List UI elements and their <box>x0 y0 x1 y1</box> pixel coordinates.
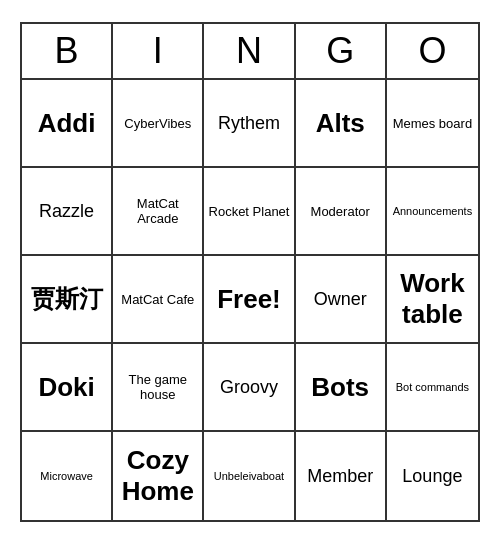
cell-text-20: Microwave <box>40 470 93 482</box>
bingo-grid: AddiCyberVibesRythemAltsMemes boardRazzl… <box>22 80 478 520</box>
bingo-cell-12: Free! <box>204 256 295 344</box>
bingo-cell-13: Owner <box>296 256 387 344</box>
bingo-cell-15: Doki <box>22 344 113 432</box>
bingo-cell-18: Bots <box>296 344 387 432</box>
cell-text-1: CyberVibes <box>124 116 191 131</box>
header-letter-g: G <box>296 24 387 78</box>
cell-text-3: Alts <box>316 108 365 139</box>
cell-text-11: MatCat Cafe <box>121 292 194 307</box>
header-letter-o: O <box>387 24 478 78</box>
bingo-card: BINGO AddiCyberVibesRythemAltsMemes boar… <box>20 22 480 522</box>
cell-text-18: Bots <box>311 372 369 403</box>
bingo-cell-20: Microwave <box>22 432 113 520</box>
cell-text-16: The game house <box>117 372 198 402</box>
cell-text-8: Moderator <box>311 204 370 219</box>
bingo-cell-9: Announcements <box>387 168 478 256</box>
cell-text-17: Groovy <box>220 377 278 398</box>
bingo-cell-3: Alts <box>296 80 387 168</box>
cell-text-23: Member <box>307 466 373 487</box>
cell-text-12: Free! <box>217 284 281 315</box>
bingo-cell-17: Groovy <box>204 344 295 432</box>
cell-text-22: Unbeleivaboat <box>214 470 284 482</box>
cell-text-2: Rythem <box>218 113 280 134</box>
bingo-cell-8: Moderator <box>296 168 387 256</box>
bingo-cell-24: Lounge <box>387 432 478 520</box>
cell-text-24: Lounge <box>402 466 462 487</box>
cell-text-13: Owner <box>314 289 367 310</box>
cell-text-10: 贾斯汀 <box>31 285 103 314</box>
bingo-cell-21: Cozy Home <box>113 432 204 520</box>
cell-text-6: MatCat Arcade <box>117 196 198 226</box>
bingo-cell-11: MatCat Cafe <box>113 256 204 344</box>
bingo-cell-1: CyberVibes <box>113 80 204 168</box>
cell-text-14: Work table <box>391 268 474 330</box>
bingo-cell-5: Razzle <box>22 168 113 256</box>
bingo-cell-2: Rythem <box>204 80 295 168</box>
bingo-cell-7: Rocket Planet <box>204 168 295 256</box>
bingo-cell-19: Bot commands <box>387 344 478 432</box>
bingo-cell-0: Addi <box>22 80 113 168</box>
header-letter-n: N <box>204 24 295 78</box>
bingo-cell-14: Work table <box>387 256 478 344</box>
cell-text-7: Rocket Planet <box>209 204 290 219</box>
bingo-cell-16: The game house <box>113 344 204 432</box>
cell-text-4: Memes board <box>393 116 472 131</box>
header-letter-i: I <box>113 24 204 78</box>
cell-text-5: Razzle <box>39 201 94 222</box>
bingo-cell-6: MatCat Arcade <box>113 168 204 256</box>
header-letter-b: B <box>22 24 113 78</box>
cell-text-19: Bot commands <box>396 381 469 393</box>
bingo-header: BINGO <box>22 24 478 80</box>
bingo-cell-4: Memes board <box>387 80 478 168</box>
bingo-cell-23: Member <box>296 432 387 520</box>
cell-text-0: Addi <box>38 108 96 139</box>
cell-text-21: Cozy Home <box>117 445 198 507</box>
bingo-cell-22: Unbeleivaboat <box>204 432 295 520</box>
cell-text-9: Announcements <box>393 205 473 217</box>
bingo-cell-10: 贾斯汀 <box>22 256 113 344</box>
cell-text-15: Doki <box>38 372 94 403</box>
